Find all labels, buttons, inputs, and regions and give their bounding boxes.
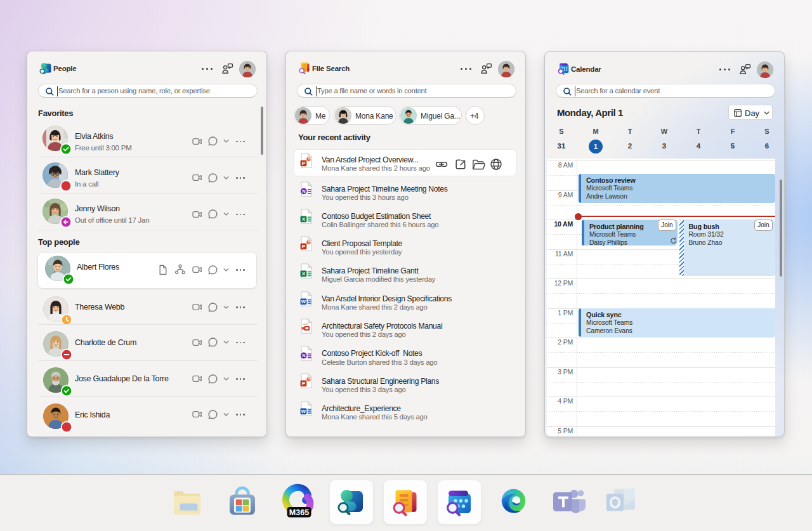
svg-text:N: N [302,353,305,358]
svg-text:P: P [302,244,305,249]
svg-text:M365: M365 [289,508,309,517]
svg-text:W: W [301,299,306,305]
svg-text:N: N [302,188,305,194]
svg-text:W: W [301,409,306,414]
svg-text:P: P [302,381,305,386]
svg-text:P: P [302,161,305,166]
